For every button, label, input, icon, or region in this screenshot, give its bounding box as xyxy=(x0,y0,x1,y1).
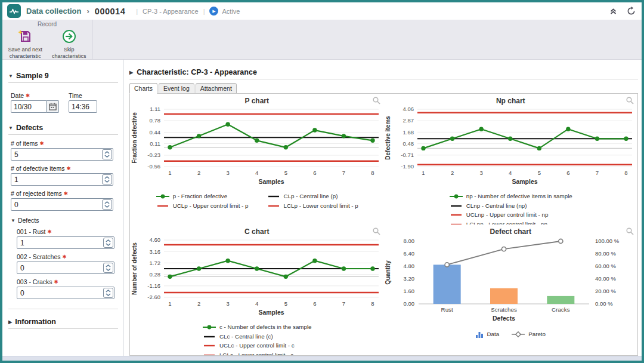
svg-text:-0.56: -0.56 xyxy=(147,163,160,170)
skip-characteristics-button[interactable]: Skip characteristics xyxy=(48,29,90,59)
legend-item: CLp - Central line (p) xyxy=(267,192,338,201)
divider xyxy=(8,134,118,135)
svg-text:0.28: 0.28 xyxy=(149,271,160,278)
required-icon: ✱ xyxy=(39,140,44,146)
spin-up-icon[interactable] xyxy=(106,264,111,267)
calendar-icon[interactable] xyxy=(47,100,59,113)
svg-text:6: 6 xyxy=(313,300,316,307)
svg-text:3.20: 3.20 xyxy=(404,275,415,282)
time-input[interactable] xyxy=(69,100,97,113)
svg-text:3: 3 xyxy=(480,170,483,176)
spin-down-icon[interactable] xyxy=(106,293,111,296)
required-icon: ✱ xyxy=(26,93,30,99)
magnifier-icon[interactable] xyxy=(373,96,380,107)
collapse-ribbon-icon[interactable] xyxy=(609,7,617,15)
data-collection-window: Data collection › 000014 | CP-3 - Appear… xyxy=(0,0,644,363)
magnifier-icon[interactable] xyxy=(626,96,634,107)
chart-title: P chart xyxy=(245,97,269,105)
refresh-icon[interactable] xyxy=(627,7,636,16)
spin-up-icon[interactable] xyxy=(104,176,110,179)
svg-text:Rust: Rust xyxy=(441,306,453,313)
num-defective-input[interactable] xyxy=(11,173,113,186)
defects-section-title: Defects xyxy=(16,124,43,132)
num-defective-field: # of defective items ✱ xyxy=(8,165,118,186)
spin-up-icon[interactable] xyxy=(104,151,110,154)
svg-text:4.60: 4.60 xyxy=(149,236,160,243)
svg-text:1: 1 xyxy=(168,170,171,176)
svg-text:2: 2 xyxy=(197,300,200,307)
svg-text:2: 2 xyxy=(451,170,454,176)
magnifier-icon[interactable] xyxy=(373,227,380,238)
svg-text:7: 7 xyxy=(342,170,345,176)
record-group-label: Record xyxy=(2,20,92,28)
rust-input[interactable] xyxy=(17,236,114,249)
spinner-control[interactable] xyxy=(102,199,112,210)
tab-attachment[interactable]: Attachment xyxy=(196,83,237,94)
spin-down-icon[interactable] xyxy=(106,243,111,246)
svg-text:Cracks: Cracks xyxy=(552,306,570,313)
characteristic-title: Characteristic: CP-3 - Appearance xyxy=(137,68,257,76)
information-section-header[interactable]: ▶ Information xyxy=(8,318,118,326)
characteristic-header[interactable]: ▶ Characteristic: CP-3 - Appearance xyxy=(129,68,638,76)
svg-text:60.00 %: 60.00 % xyxy=(595,263,616,269)
num-rejected-input[interactable] xyxy=(11,198,113,211)
svg-text:1.68: 1.68 xyxy=(403,129,414,136)
defects-sublist-header[interactable]: ▼ Defects xyxy=(11,217,118,224)
svg-text:0.48: 0.48 xyxy=(403,140,414,147)
defects-section-header[interactable]: ▼ Defects xyxy=(8,124,118,132)
chevron-down-icon: ▼ xyxy=(8,125,13,131)
sample-sidebar: ▼ Sample 9 Date ✱ xyxy=(2,60,123,356)
spinner-control[interactable] xyxy=(102,149,112,159)
spinner-control[interactable] xyxy=(103,263,113,273)
svg-text:0.11: 0.11 xyxy=(150,140,160,147)
svg-text:2.87: 2.87 xyxy=(403,117,414,124)
spin-down-icon[interactable] xyxy=(106,268,111,271)
app-pulse-icon xyxy=(7,4,21,18)
svg-text:3: 3 xyxy=(226,170,229,176)
spin-down-icon[interactable] xyxy=(104,155,110,158)
legend-item: LCLc - Lower control limit - c xyxy=(202,351,293,356)
divider: | xyxy=(136,8,138,15)
spin-up-icon[interactable] xyxy=(106,239,111,242)
spinner-control[interactable] xyxy=(103,288,113,298)
save-button-label: Save and next characteristic xyxy=(4,47,46,59)
spin-down-icon[interactable] xyxy=(104,180,110,183)
record-id: 000014 xyxy=(95,7,125,16)
svg-text:1: 1 xyxy=(168,300,171,307)
magnifier-icon[interactable] xyxy=(626,227,634,238)
spinner-control[interactable] xyxy=(103,238,113,248)
svg-text:1: 1 xyxy=(422,170,425,176)
cracks-input[interactable] xyxy=(17,287,114,299)
svg-text:8.00: 8.00 xyxy=(404,238,415,244)
svg-text:100.00 %: 100.00 % xyxy=(595,238,620,244)
svg-text:-2.60: -2.60 xyxy=(147,294,160,300)
spin-up-icon[interactable] xyxy=(106,290,111,293)
svg-text:Defects: Defects xyxy=(493,315,515,322)
svg-text:4: 4 xyxy=(509,170,512,176)
app-title-link[interactable]: Data collection xyxy=(26,7,81,16)
scratches-input[interactable] xyxy=(17,262,114,274)
svg-text:Samples: Samples xyxy=(258,309,284,316)
chart-title: C chart xyxy=(244,227,269,236)
spin-down-icon[interactable] xyxy=(104,205,110,208)
chart-title: Defect chart xyxy=(490,227,531,236)
num-rejected-field: # of rejected items ✱ xyxy=(8,190,118,211)
skip-button-label: Skip characteristics xyxy=(48,47,90,59)
tab-charts[interactable]: Charts xyxy=(129,83,157,94)
horizontal-scrollbar[interactable] xyxy=(2,356,642,361)
field-label: # of defective items xyxy=(11,165,64,172)
svg-text:Samples: Samples xyxy=(258,178,284,185)
legend-item: c - Number of defects in the sample xyxy=(202,323,312,332)
spinner-control[interactable] xyxy=(102,174,112,184)
spin-up-icon[interactable] xyxy=(104,201,110,204)
save-and-next-button[interactable]: Save and next characteristic xyxy=(4,29,46,59)
num-items-input[interactable] xyxy=(11,148,113,161)
sample-section-header[interactable]: ▼ Sample 9 xyxy=(8,72,118,80)
date-input[interactable] xyxy=(11,100,47,113)
tab-event-log[interactable]: Event log xyxy=(159,83,194,94)
svg-text:3.16: 3.16 xyxy=(149,248,160,255)
svg-text:5: 5 xyxy=(284,300,287,307)
required-icon: ✱ xyxy=(62,254,66,260)
chart-plot: 4.062.871.680.48-0.71-1.9012345678Sample… xyxy=(384,105,638,191)
p-chart: P chart 1.110.780.440.11-0.23-0.56123456… xyxy=(130,94,384,224)
